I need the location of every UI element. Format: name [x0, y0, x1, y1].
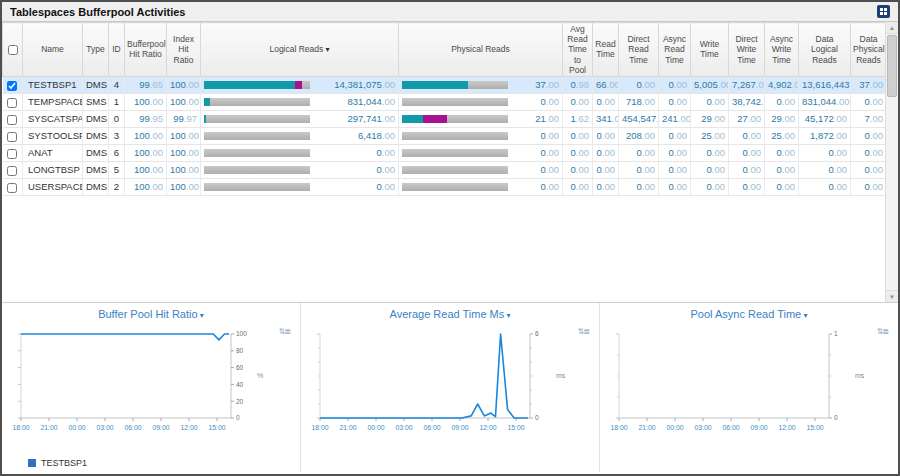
number-decimal: .00: [602, 96, 615, 107]
number-decimal: .00: [674, 79, 687, 90]
id-cell: 6: [109, 144, 125, 161]
chart-axis-options-icon[interactable]: ⇅≣: [877, 327, 888, 336]
column-header-label: Type: [86, 44, 104, 54]
number-integer: 6,418: [358, 130, 382, 141]
row-checkbox[interactable]: [7, 81, 17, 91]
bar-and-value: 0.00: [204, 181, 395, 192]
row-select-cell[interactable]: [3, 93, 23, 110]
number-integer: 100: [170, 181, 186, 192]
chart-axis-options-icon[interactable]: ⇅≣: [578, 327, 589, 336]
series-line-TESTBSP1: [320, 334, 528, 418]
numeric-value: 0.00: [314, 181, 395, 192]
column-header-type[interactable]: Type: [83, 23, 109, 77]
bar-value: 0.00: [512, 164, 559, 175]
chart-axis-options-icon[interactable]: ⇅≣: [279, 327, 290, 336]
column-header-data-physical-reads[interactable]: Data Physical Reads: [851, 23, 887, 77]
number-integer: 7,267: [732, 79, 756, 90]
tablespace-name-cell: ANAT: [23, 144, 83, 161]
column-header-read-time[interactable]: Read Time: [593, 23, 619, 77]
number-decimal: .00: [602, 130, 615, 141]
numeric-value: 0.00: [768, 181, 795, 192]
number-integer: 718: [626, 96, 642, 107]
column-header-id[interactable]: ID: [109, 23, 125, 77]
row-select-cell[interactable]: [3, 144, 23, 161]
row-select-cell[interactable]: [3, 110, 23, 127]
column-header-direct-read-time[interactable]: Direct Read Time: [619, 23, 659, 77]
table-row[interactable]: LONGTBSPDMS5100.00100.000.000.000.000.00…: [3, 161, 887, 178]
vertical-scrollbar[interactable]: ▲ ▼: [885, 22, 898, 302]
number-decimal: .00: [782, 164, 795, 175]
column-header-write-time[interactable]: Write Time: [691, 23, 729, 77]
chevron-down-icon: ▾: [198, 311, 204, 320]
bar-value: 0.00: [512, 96, 559, 107]
numeric-value: 0.00: [768, 147, 795, 158]
series-line-TESTBSP1: [21, 334, 229, 340]
async-write-time-cell: 29.00: [765, 110, 799, 127]
numeric-value: 45,172.00: [802, 113, 847, 124]
numeric-value: 100.00: [170, 96, 197, 107]
tablespace-name-cell: SYSCATSPACE: [23, 110, 83, 127]
numeric-value: 297,741.00: [314, 113, 395, 124]
row-select-cell[interactable]: [3, 178, 23, 195]
column-header-select[interactable]: [3, 23, 23, 77]
numeric-value: 0.00: [662, 130, 687, 141]
x-tick-label: 12:00: [778, 424, 795, 431]
row-select-cell[interactable]: [3, 76, 23, 93]
chart-title[interactable]: Pool Async Read Time ▾: [600, 303, 898, 320]
async-read-time-cell: 0.00: [659, 178, 691, 195]
bufferpool-hit-ratio-cell: 99.95: [125, 110, 167, 127]
widget-menu-icon[interactable]: [877, 5, 890, 18]
reads-bar-track: [402, 132, 508, 140]
column-header-async-read-time[interactable]: Async Read Time: [659, 23, 691, 77]
table-row[interactable]: SYSTOOLSPACEDMS3100.00100.006,418.000.00…: [3, 127, 887, 144]
chart-title[interactable]: Buffer Pool Hit Ratio ▾: [2, 303, 300, 320]
legend-swatch: [28, 459, 36, 467]
table-row[interactable]: TESTBSP1DMS499.65100.0014,381,075.0037.0…: [3, 76, 887, 93]
row-checkbox[interactable]: [7, 183, 17, 193]
column-header-logical-reads[interactable]: Logical Reads ▾: [201, 23, 399, 77]
chart-title[interactable]: Average Read Time Ms ▾: [301, 303, 599, 320]
number-decimal: .00: [834, 130, 847, 141]
table-row[interactable]: SYSCATSPACEDMS099.9599.97297,741.0021.00…: [3, 110, 887, 127]
number-integer: 45,172: [805, 113, 834, 124]
table-row[interactable]: ANATDMS6100.00100.000.000.000.000.000.00…: [3, 144, 887, 161]
select-all-checkbox[interactable]: [8, 45, 18, 55]
row-checkbox[interactable]: [7, 149, 17, 159]
table-row[interactable]: USERSPACE1DMS2100.00100.000.000.000.000.…: [3, 178, 887, 195]
bar-value: 0.00: [512, 147, 559, 158]
numeric-value: 718.00: [622, 96, 655, 107]
column-header-physical-reads[interactable]: Physical Reads: [399, 23, 563, 77]
reads-bar-track: [402, 166, 508, 174]
numeric-value: 0.00: [314, 164, 395, 175]
id-cell: 5: [109, 161, 125, 178]
numeric-value: 0.00: [596, 164, 615, 175]
scroll-up-icon[interactable]: ▲: [886, 22, 898, 34]
column-header-async-write-time[interactable]: Async Write Time: [765, 23, 799, 77]
row-checkbox[interactable]: [7, 98, 17, 108]
row-checkbox[interactable]: [7, 115, 17, 125]
x-tick-label: 12:00: [479, 424, 496, 431]
scroll-down-icon[interactable]: ▼: [886, 290, 898, 302]
row-select-cell[interactable]: [3, 127, 23, 144]
bufferpool-hit-ratio-cell: 100.00: [125, 161, 167, 178]
row-select-cell[interactable]: [3, 161, 23, 178]
row-checkbox[interactable]: [7, 132, 17, 142]
number-decimal: .00: [546, 79, 559, 90]
scrollbar-thumb[interactable]: [887, 35, 897, 97]
row-checkbox[interactable]: [7, 166, 17, 176]
column-header-direct-write-time[interactable]: Direct Write Time: [729, 23, 765, 77]
column-header-label: Data Physical Reads: [853, 34, 885, 64]
id-cell: 3: [109, 127, 125, 144]
column-header-avg-read-time-to-pool[interactable]: Avg Read Time to Pool: [563, 23, 593, 77]
numeric-value: 0.00: [662, 96, 687, 107]
y-tick-label: 80: [236, 347, 244, 354]
column-header-bufferpool-hit-ratio[interactable]: Bufferpool Hit Ratio: [125, 23, 167, 77]
column-header-index-hit-ratio[interactable]: Index Hit Ratio: [167, 23, 201, 77]
table-row[interactable]: TEMPSPACE1SMS1100.00100.00831,044.000.00…: [3, 93, 887, 110]
number-decimal: .00: [870, 181, 883, 192]
numeric-value: 0.98: [566, 79, 589, 90]
column-header-data-logical-reads[interactable]: Data Logical Reads: [799, 23, 851, 77]
column-header-name[interactable]: Name: [23, 23, 83, 77]
physical-reads-cell: 0.00: [399, 127, 563, 144]
numeric-value: 25.00: [768, 130, 795, 141]
